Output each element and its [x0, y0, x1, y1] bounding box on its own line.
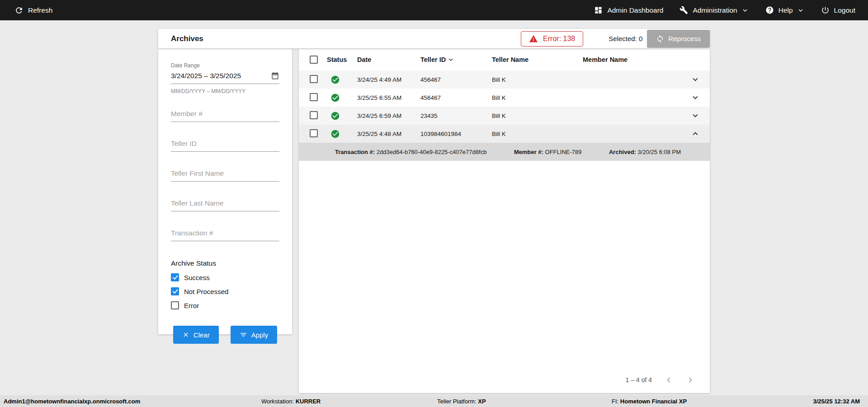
detail-member: Member #: OFFLINE-789 — [514, 149, 582, 155]
workstation-info: Workstation: KURRER — [261, 398, 321, 405]
admin-dashboard-label: Admin Dashboard — [607, 6, 663, 14]
transaction-number-input[interactable] — [171, 226, 279, 241]
help-question-icon — [765, 6, 774, 14]
select-all-checkbox[interactable] — [310, 56, 318, 64]
row-checkbox[interactable] — [310, 93, 318, 101]
refresh-button[interactable]: Refresh — [14, 6, 52, 15]
member-number-input[interactable] — [171, 107, 279, 122]
sort-descending-icon[interactable] — [447, 56, 455, 64]
logout-button[interactable]: Logout — [821, 6, 855, 14]
filter-panel: Date Range MM/DD/YYYY – MM/DD/YYYY — [158, 49, 292, 334]
checkbox-row-error[interactable]: Error — [171, 301, 279, 309]
apply-button[interactable]: Apply — [231, 326, 278, 344]
expand-row-chevron-icon[interactable] — [680, 129, 710, 139]
column-header-teller-name[interactable]: Teller Name — [492, 56, 583, 63]
row-teller-name: Bill K — [492, 76, 583, 83]
help-menu[interactable]: Help — [765, 6, 805, 14]
filter-icon — [240, 331, 247, 339]
clear-button[interactable]: Clear — [173, 326, 219, 344]
not-processed-checkbox-label: Not Processed — [184, 288, 228, 295]
error-checkbox-label: Error — [184, 302, 199, 309]
error-count-label: Error: 138 — [543, 35, 575, 43]
column-header-status[interactable]: Status — [327, 56, 357, 63]
next-page-button[interactable] — [685, 375, 695, 385]
row-teller-name: Bill K — [492, 131, 583, 137]
previous-page-button[interactable] — [664, 375, 674, 385]
success-status-icon — [327, 111, 357, 121]
row-date: 3/24/25 6:59 AM — [357, 112, 420, 119]
row-teller-id: 456467 — [420, 94, 492, 101]
table-header-row: Status Date Teller ID Teller Name Member… — [299, 49, 710, 70]
status-bar: Admin1@hometownfinancialxp.onmicrosoft.c… — [0, 395, 868, 407]
warning-triangle-icon — [529, 34, 538, 43]
refresh-icon — [14, 6, 24, 15]
column-header-teller-id[interactable]: Teller ID — [420, 56, 492, 64]
success-status-icon — [327, 129, 357, 139]
expand-row-chevron-icon[interactable] — [680, 111, 710, 121]
checkbox-row-not-processed[interactable]: Not Processed — [171, 287, 279, 295]
row-checkbox[interactable] — [310, 129, 318, 137]
reprocess-label: Reprocess — [668, 35, 701, 42]
chevron-down-icon — [741, 6, 749, 14]
row-teller-id: 23435 — [420, 112, 492, 119]
date-range-input[interactable] — [171, 69, 279, 84]
row-teller-name: Bill K — [492, 112, 583, 119]
date-range-helper: MM/DD/YYYY – MM/DD/YYYY — [171, 88, 279, 94]
error-checkbox[interactable] — [171, 301, 179, 309]
table-row[interactable]: 3/25/25 6:55 AM 456467 Bill K — [299, 89, 710, 107]
column-header-member-name[interactable]: Member Name — [583, 56, 680, 63]
date-range-label: Date Range — [171, 62, 279, 69]
main-content: Archives Error: 138 Selected: 0 Reproces… — [158, 29, 710, 393]
row-date: 3/25/25 4:48 AM — [357, 131, 420, 137]
row-checkbox[interactable] — [310, 75, 318, 83]
row-date: 3/24/25 4:49 AM — [357, 76, 420, 83]
row-checkbox[interactable] — [310, 111, 318, 119]
table-body: 3/24/25 4:49 AM 456467 Bill K 3/25/25 6:… — [299, 70, 710, 161]
page-title: Archives — [171, 34, 203, 43]
dashboard-grid-icon — [594, 6, 603, 14]
row-teller-name: Bill K — [492, 94, 583, 101]
page-header-bar: Archives Error: 138 Selected: 0 Reproces… — [158, 29, 710, 48]
teller-platform-info: Teller Platform: XP — [437, 398, 486, 405]
reprocess-button[interactable]: Reprocess — [647, 30, 710, 48]
pagination-range-label: 1 – 4 of 4 — [626, 376, 652, 384]
logout-label: Logout — [834, 6, 855, 14]
teller-id-input[interactable] — [171, 136, 279, 151]
not-processed-checkbox[interactable] — [171, 287, 179, 295]
table-row[interactable]: 3/25/25 4:48 AM 103984601984 Bill K — [299, 125, 710, 143]
administration-label: Administration — [693, 6, 737, 14]
help-label: Help — [778, 6, 793, 14]
logged-in-user: Admin1@hometownfinancialxp.onmicrosoft.c… — [4, 398, 140, 405]
success-status-icon — [327, 93, 357, 103]
error-count-badge[interactable]: Error: 138 — [521, 31, 583, 47]
current-datetime: 3/25/25 12:32 AM — [813, 398, 860, 405]
column-header-date[interactable]: Date — [357, 56, 420, 63]
expand-row-chevron-icon[interactable] — [680, 93, 710, 103]
x-clear-icon — [182, 331, 189, 338]
expand-row-chevron-icon[interactable] — [680, 75, 710, 84]
teller-first-name-input[interactable] — [171, 166, 279, 181]
refresh-label: Refresh — [28, 6, 52, 14]
archive-status-label: Archive Status — [171, 259, 279, 267]
success-checkbox-label: Success — [184, 274, 210, 281]
power-icon — [821, 6, 830, 14]
table-row[interactable]: 3/24/25 6:59 AM 23435 Bill K — [299, 107, 710, 125]
table-row[interactable]: 3/24/25 4:49 AM 456467 Bill K — [299, 70, 710, 89]
archives-table: Status Date Teller ID Teller Name Member… — [299, 49, 710, 393]
teller-last-name-input[interactable] — [171, 196, 279, 211]
financial-institution-info: FI: Hometown Financial XP — [612, 398, 687, 405]
success-checkbox[interactable] — [171, 273, 179, 281]
admin-dashboard-button[interactable]: Admin Dashboard — [594, 6, 663, 14]
administration-menu[interactable]: Administration — [679, 6, 749, 14]
calendar-icon[interactable] — [271, 71, 279, 80]
expanded-detail-row: Transaction #: 2dd3ed64-b760-40e9-8225-c… — [299, 143, 710, 161]
success-status-icon — [327, 75, 357, 84]
row-teller-id: 456467 — [420, 76, 492, 83]
top-navigation-bar: Refresh Admin Dashboard Administration H… — [0, 0, 868, 20]
apply-label: Apply — [251, 331, 269, 339]
pagination: 1 – 4 of 4 — [299, 375, 710, 393]
selected-count: Selected: 0 — [609, 35, 642, 42]
detail-archived: Archived: 3/20/25 6:08 PM — [609, 149, 681, 155]
sync-icon — [656, 35, 664, 43]
checkbox-row-success[interactable]: Success — [171, 273, 279, 281]
